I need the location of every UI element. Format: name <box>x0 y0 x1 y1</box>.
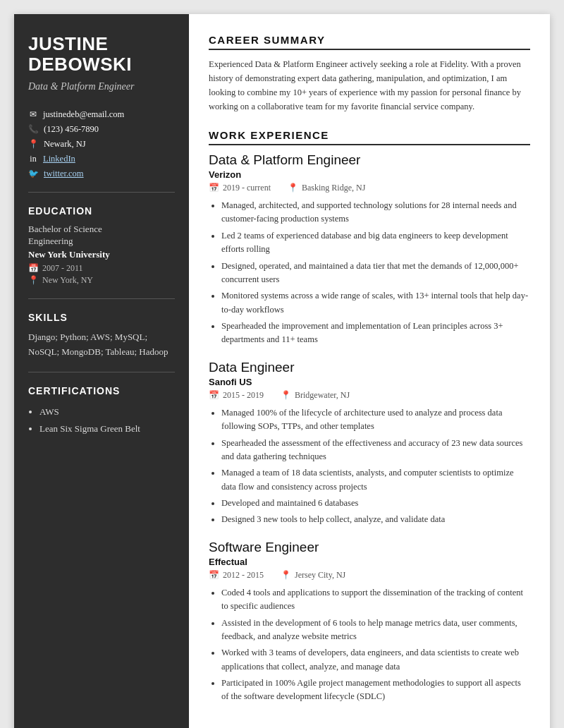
divider-2 <box>28 298 175 299</box>
contact-twitter[interactable]: 🐦 twitter.com <box>28 169 175 179</box>
edu-field: Engineering <box>28 236 175 247</box>
divider-3 <box>28 372 175 372</box>
cert-item: AWS <box>39 404 175 420</box>
bullet: Managed, architected, and supported tech… <box>221 199 530 226</box>
calendar-icon: 📅 <box>209 183 219 193</box>
phone-icon: 📞 <box>28 124 39 135</box>
bullet: Participated in 100% Agile project manag… <box>221 677 530 704</box>
job-3-title: Software Engineer <box>209 540 530 555</box>
certifications-section: CERTIFICATIONS AWS Lean Six Sigma Green … <box>28 385 175 437</box>
sidebar: JUSTINE DEBOWSKI Data & Platform Enginee… <box>14 14 189 728</box>
location-icon: 📍 <box>288 183 298 193</box>
calendar-icon: 📅 <box>209 570 219 581</box>
work-experience-section: WORK EXPERIENCE Data & Platform Engineer… <box>209 129 530 704</box>
resume-container: JUSTINE DEBOWSKI Data & Platform Enginee… <box>14 14 550 728</box>
linkedin-icon: in <box>28 154 38 164</box>
bullet: Designed 3 new tools to help collect, an… <box>221 513 530 526</box>
career-summary-text: Experienced Data & Platform Engineer act… <box>209 57 530 114</box>
contact-phone: 📞 (123) 456-7890 <box>28 124 175 135</box>
email-icon: ✉ <box>28 109 38 120</box>
edu-school: New York University <box>28 249 175 260</box>
certifications-title: CERTIFICATIONS <box>28 385 175 396</box>
job-1-years: 📅 2019 - current <box>209 183 271 193</box>
edu-years: 📅 2007 - 2011 <box>28 263 175 274</box>
job-3-years: 📅 2012 - 2015 <box>209 570 264 581</box>
bullet: Assisted in the development of 6 tools t… <box>221 617 530 644</box>
edu-location: 📍 New York, NY <box>28 275 175 286</box>
bullet: Developed and maintained 6 databases <box>221 497 530 510</box>
job-3-company: Effectual <box>209 557 530 567</box>
job-2-company: Sanofi US <box>209 377 530 387</box>
bullet: Managed 100% of the lifecycle of archite… <box>221 406 530 434</box>
skills-title: SKILLS <box>28 312 175 323</box>
contact-location: 📍 Newark, NJ <box>28 139 175 150</box>
job-1-meta: 📅 2019 - current 📍 Basking Ridge, NJ <box>209 183 530 193</box>
location-icon: 📍 <box>281 390 291 401</box>
calendar-icon: 📅 <box>28 263 39 274</box>
education-title: EDUCATION <box>28 205 175 217</box>
career-summary-section: CAREER SUMMARY Experienced Data & Platfo… <box>209 34 530 114</box>
job-1: Data & Platform Engineer Verizon 📅 2019 … <box>209 152 530 347</box>
edu-degree: Bachelor of Science <box>28 224 175 235</box>
contact-email: ✉ justinedeb@email.com <box>28 109 175 120</box>
bullet: Worked with 3 teams of developers, data … <box>221 646 530 674</box>
bullet: Monitored systems across a wide range of… <box>221 289 530 317</box>
job-2: Data Engineer Sanofi US 📅 2015 - 2019 📍 … <box>209 360 530 527</box>
candidate-title: Data & Platform Engineer <box>28 80 175 94</box>
job-3-location: 📍 Jersey City, NJ <box>281 570 345 581</box>
skills-section: SKILLS Django; Python; AWS; MySQL; NoSQL… <box>28 312 175 360</box>
location-icon: 📍 <box>28 139 39 150</box>
job-2-bullets: Managed 100% of the lifecycle of archite… <box>209 406 530 527</box>
job-2-meta: 📅 2015 - 2019 📍 Bridgewater, NJ <box>209 390 530 401</box>
main-content: CAREER SUMMARY Experienced Data & Platfo… <box>189 14 550 728</box>
career-summary-title: CAREER SUMMARY <box>209 34 530 50</box>
contact-linkedin[interactable]: in LinkedIn <box>28 154 175 164</box>
location-icon: 📍 <box>281 570 291 581</box>
calendar-icon: 📅 <box>209 390 219 401</box>
job-2-title: Data Engineer <box>209 360 530 375</box>
job-1-location: 📍 Basking Ridge, NJ <box>288 183 365 193</box>
twitter-icon: 🐦 <box>28 169 39 179</box>
location-edu-icon: 📍 <box>28 275 39 286</box>
bullet: Managed a team of 18 data scientists, an… <box>221 466 530 494</box>
job-2-location: 📍 Bridgewater, NJ <box>281 390 350 401</box>
bullet: Spearheaded the assessment of the effect… <box>221 437 530 464</box>
bullet: Led 2 teams of experienced database and … <box>221 229 530 257</box>
job-1-company: Verizon <box>209 169 530 180</box>
education-section: EDUCATION Bachelor of Science Engineerin… <box>28 205 175 286</box>
bullet: Coded 4 tools and applications to suppor… <box>221 586 530 614</box>
job-1-bullets: Managed, architected, and supported tech… <box>209 199 530 347</box>
job-1-title: Data & Platform Engineer <box>209 152 530 168</box>
certifications-list: AWS Lean Six Sigma Green Belt <box>28 404 175 437</box>
bullet: Designed, operated, and maintained a dat… <box>221 260 530 287</box>
cert-item: Lean Six Sigma Green Belt <box>39 420 175 437</box>
bullet: Spearheaded the improvement and implemen… <box>221 320 530 347</box>
job-3-meta: 📅 2012 - 2015 📍 Jersey City, NJ <box>209 570 530 581</box>
job-2-years: 📅 2015 - 2019 <box>209 390 264 401</box>
divider-1 <box>28 192 175 193</box>
candidate-name: JUSTINE DEBOWSKI <box>28 34 175 74</box>
skills-text: Django; Python; AWS; MySQL; NoSQL; Mongo… <box>28 330 175 360</box>
work-experience-title: WORK EXPERIENCE <box>209 129 530 145</box>
job-3-bullets: Coded 4 tools and applications to suppor… <box>209 586 530 704</box>
job-3: Software Engineer Effectual 📅 2012 - 201… <box>209 540 530 704</box>
